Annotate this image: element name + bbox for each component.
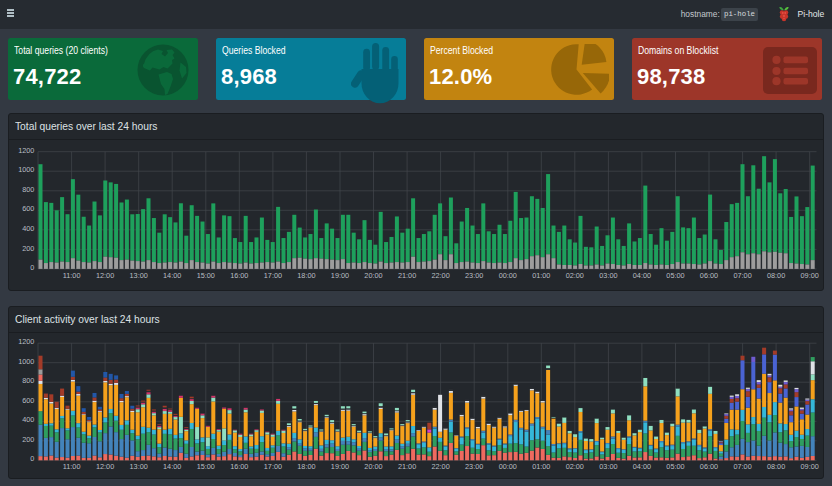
svg-text:03:00: 03:00 xyxy=(599,462,617,471)
svg-text:05:00: 05:00 xyxy=(666,271,684,280)
svg-text:06:00: 06:00 xyxy=(700,462,718,471)
svg-text:11:00: 11:00 xyxy=(63,271,81,280)
svg-text:23:00: 23:00 xyxy=(465,271,483,280)
svg-text:20:00: 20:00 xyxy=(364,271,382,280)
svg-text:16:00: 16:00 xyxy=(230,462,248,471)
svg-text:07:00: 07:00 xyxy=(733,271,751,280)
svg-text:18:00: 18:00 xyxy=(297,462,315,471)
svg-text:05:00: 05:00 xyxy=(666,462,684,471)
svg-text:1000: 1000 xyxy=(18,165,34,174)
svg-text:07:00: 07:00 xyxy=(733,462,751,471)
svg-text:0: 0 xyxy=(30,454,34,463)
svg-text:20:00: 20:00 xyxy=(364,462,382,471)
svg-text:0: 0 xyxy=(30,263,34,272)
svg-text:19:00: 19:00 xyxy=(331,462,349,471)
svg-text:400: 400 xyxy=(22,224,34,233)
svg-text:17:00: 17:00 xyxy=(264,462,282,471)
svg-text:1000: 1000 xyxy=(18,357,34,366)
svg-text:22:00: 22:00 xyxy=(431,462,449,471)
svg-text:09:00: 09:00 xyxy=(801,271,819,280)
svg-text:17:00: 17:00 xyxy=(264,271,282,280)
svg-text:06:00: 06:00 xyxy=(700,271,718,280)
svg-text:1200: 1200 xyxy=(18,146,34,155)
svg-text:19:00: 19:00 xyxy=(331,271,349,280)
svg-text:12:00: 12:00 xyxy=(96,462,114,471)
svg-text:02:00: 02:00 xyxy=(566,462,584,471)
svg-text:600: 600 xyxy=(22,396,34,405)
svg-text:200: 200 xyxy=(22,244,34,253)
svg-text:15:00: 15:00 xyxy=(197,271,215,280)
svg-text:04:00: 04:00 xyxy=(633,462,651,471)
svg-text:02:00: 02:00 xyxy=(566,271,584,280)
svg-text:12:00: 12:00 xyxy=(96,271,114,280)
svg-text:21:00: 21:00 xyxy=(398,462,416,471)
svg-text:13:00: 13:00 xyxy=(130,271,148,280)
svg-text:08:00: 08:00 xyxy=(767,462,785,471)
svg-text:00:00: 00:00 xyxy=(499,462,517,471)
svg-text:09:00: 09:00 xyxy=(801,462,819,471)
svg-text:14:00: 14:00 xyxy=(163,271,181,280)
svg-text:400: 400 xyxy=(22,415,34,424)
svg-text:04:00: 04:00 xyxy=(633,271,651,280)
svg-text:18:00: 18:00 xyxy=(297,271,315,280)
svg-text:16:00: 16:00 xyxy=(230,271,248,280)
svg-text:00:00: 00:00 xyxy=(499,271,517,280)
svg-text:01:00: 01:00 xyxy=(532,271,550,280)
svg-text:800: 800 xyxy=(22,376,34,385)
svg-text:08:00: 08:00 xyxy=(767,271,785,280)
svg-text:14:00: 14:00 xyxy=(163,462,181,471)
svg-text:22:00: 22:00 xyxy=(431,271,449,280)
svg-text:600: 600 xyxy=(22,204,34,213)
svg-text:1200: 1200 xyxy=(18,337,34,346)
svg-text:15:00: 15:00 xyxy=(197,462,215,471)
svg-text:21:00: 21:00 xyxy=(398,271,416,280)
svg-text:800: 800 xyxy=(22,185,34,194)
svg-text:23:00: 23:00 xyxy=(465,462,483,471)
svg-text:01:00: 01:00 xyxy=(532,462,550,471)
svg-text:200: 200 xyxy=(22,435,34,444)
svg-text:13:00: 13:00 xyxy=(130,462,148,471)
svg-text:11:00: 11:00 xyxy=(63,462,81,471)
svg-text:03:00: 03:00 xyxy=(599,271,617,280)
